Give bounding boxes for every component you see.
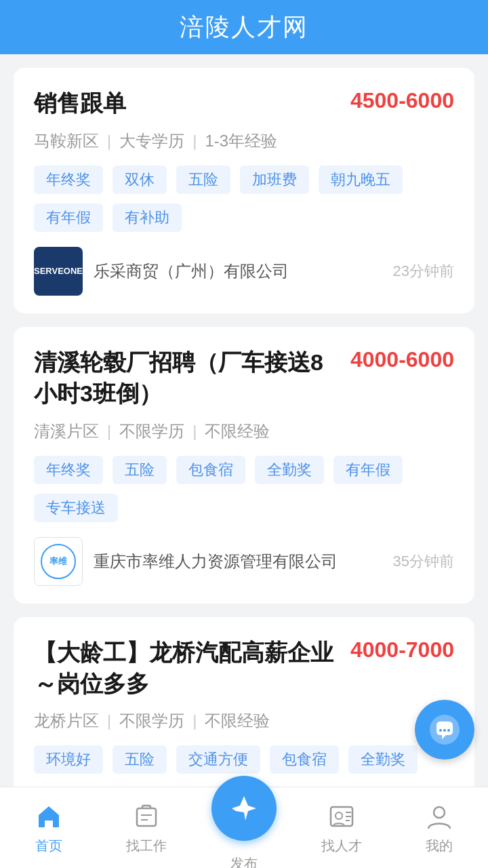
job-meta-3: 龙桥片区 | 不限学历 | 不限经验 xyxy=(34,710,454,732)
nav-label-publish: 发布 xyxy=(230,854,258,868)
meta-divider: | xyxy=(192,711,197,730)
tag-1-1: 双休 xyxy=(113,165,167,194)
job-meta-2: 清溪片区 | 不限学历 | 不限经验 xyxy=(34,420,454,442)
company-info-2: 率维 重庆市率维人力资源管理有限公司 xyxy=(34,537,338,586)
job-card-top-2: 清溪轮毂厂招聘（厂车接送8小时3班倒） 4000-6000 xyxy=(34,347,454,410)
job-card-2[interactable]: 清溪轮毂厂招聘（厂车接送8小时3班倒） 4000-6000 清溪片区 | 不限学… xyxy=(14,327,474,604)
rate-logo-inner: 率维 xyxy=(41,544,76,579)
job-title-3: 【大龄工】龙桥汽配高薪企业～岗位多多 xyxy=(34,637,340,700)
nav-label-mine: 我的 xyxy=(426,837,453,855)
mine-icon xyxy=(423,800,455,833)
nav-label-home: 首页 xyxy=(35,837,62,855)
tag-1-3: 加班费 xyxy=(240,165,309,194)
company-logo-2: 率维 xyxy=(34,537,83,586)
company-name-1: 乐采商贸（广州）有限公司 xyxy=(94,260,289,282)
job-tags-2: 年终奖 五险 包食宿 全勤奖 有年假 专车接送 xyxy=(34,456,454,522)
company-row-2: 率维 重庆市率维人力资源管理有限公司 35分钟前 xyxy=(34,537,454,586)
nav-item-home[interactable]: 首页 xyxy=(0,800,98,855)
svg-point-12 xyxy=(434,807,445,818)
tag-1-0: 年终奖 xyxy=(34,165,103,194)
tag-1-2: 五险 xyxy=(176,165,230,194)
tag-2-1: 五险 xyxy=(113,456,167,484)
svg-point-8 xyxy=(336,812,342,819)
job-experience-1: 1-3年经验 xyxy=(205,130,277,152)
job-meta-1: 马鞍新区 | 大专学历 | 1-3年经验 xyxy=(34,130,454,152)
nav-item-find-talent[interactable]: 找人才 xyxy=(293,800,390,855)
svg-point-1 xyxy=(439,729,442,732)
tag-1-6: 有补助 xyxy=(113,203,182,232)
job-card-top-1: 销售跟单 4500-6000 xyxy=(34,88,454,119)
tag-3-1: 五险 xyxy=(113,745,167,774)
tag-3-3: 包食宿 xyxy=(270,745,339,774)
tag-3-4: 全勤奖 xyxy=(348,745,418,774)
app-header: 涪陵人才网 xyxy=(0,0,488,54)
home-icon xyxy=(33,800,65,833)
publish-icon xyxy=(211,783,277,848)
job-education-3: 不限学历 xyxy=(119,710,184,732)
tag-2-5: 专车接送 xyxy=(34,494,118,522)
nav-item-mine[interactable]: 我的 xyxy=(390,800,488,855)
tag-3-2: 交通方便 xyxy=(176,745,260,774)
meta-divider: | xyxy=(107,132,111,151)
tag-3-0: 环境好 xyxy=(34,745,103,774)
job-education-2: 不限学历 xyxy=(119,420,184,442)
nav-item-find-job[interactable]: 找工作 xyxy=(98,800,195,855)
svg-point-2 xyxy=(443,729,446,732)
job-education-1: 大专学历 xyxy=(119,130,184,152)
publish-button[interactable] xyxy=(211,776,277,841)
svg-point-3 xyxy=(447,729,450,732)
job-tags-1: 年终奖 双休 五险 加班费 朝九晚五 有年假 有补助 xyxy=(34,165,454,232)
meta-divider: | xyxy=(192,132,197,151)
tag-2-3: 全勤奖 xyxy=(255,456,324,484)
company-name-2: 重庆市率维人力资源管理有限公司 xyxy=(94,551,338,572)
meta-divider: | xyxy=(107,711,111,730)
job-location-3: 龙桥片区 xyxy=(34,710,99,732)
job-salary-3: 4000-7000 xyxy=(350,637,454,663)
svg-rect-4 xyxy=(137,808,156,826)
nav-item-publish[interactable]: 发布 xyxy=(195,783,293,868)
job-location-1: 马鞍新区 xyxy=(34,130,99,152)
tag-1-5: 有年假 xyxy=(34,203,103,232)
job-title-2: 清溪轮毂厂招聘（厂车接送8小时3班倒） xyxy=(34,347,340,410)
tag-2-0: 年终奖 xyxy=(34,456,103,484)
job-tags-3: 环境好 五险 交通方便 包食宿 全勤奖 xyxy=(34,745,454,774)
meta-divider: | xyxy=(107,422,111,441)
job-salary-1: 4500-6000 xyxy=(350,88,454,113)
tag-2-4: 有年假 xyxy=(333,456,403,484)
job-card-1[interactable]: 销售跟单 4500-6000 马鞍新区 | 大专学历 | 1-3年经验 年终奖 … xyxy=(14,68,474,313)
find-talent-icon xyxy=(325,800,358,833)
time-ago-1: 23分钟前 xyxy=(393,261,454,281)
job-experience-3: 不限经验 xyxy=(205,710,270,732)
float-service-button[interactable] xyxy=(415,700,474,760)
company-info-1: SERVEONE 乐采商贸（广州）有限公司 xyxy=(34,247,289,296)
tag-2-2: 包食宿 xyxy=(176,456,245,484)
company-row-1: SERVEONE 乐采商贸（广州）有限公司 23分钟前 xyxy=(34,247,454,296)
nav-label-find-talent: 找人才 xyxy=(321,837,362,855)
job-title-1: 销售跟单 xyxy=(34,88,340,119)
company-logo-1: SERVEONE xyxy=(34,247,83,296)
job-card-top-3: 【大龄工】龙桥汽配高薪企业～岗位多多 4000-7000 xyxy=(34,637,454,700)
find-job-icon xyxy=(130,800,163,833)
job-salary-2: 4000-6000 xyxy=(350,347,454,372)
app-title: 涪陵人才网 xyxy=(180,11,308,44)
job-location-2: 清溪片区 xyxy=(34,420,99,442)
job-experience-2: 不限经验 xyxy=(205,420,270,442)
time-ago-2: 35分钟前 xyxy=(393,551,454,572)
tag-1-4: 朝九晚五 xyxy=(319,165,403,194)
bottom-nav: 首页 找工作 发布 xyxy=(0,787,488,868)
logo-text-1: SERVEONE xyxy=(34,266,83,276)
meta-divider: | xyxy=(192,422,197,441)
nav-label-find-job: 找工作 xyxy=(126,837,167,855)
job-list: 销售跟单 4500-6000 马鞍新区 | 大专学历 | 1-3年经验 年终奖 … xyxy=(0,54,488,868)
